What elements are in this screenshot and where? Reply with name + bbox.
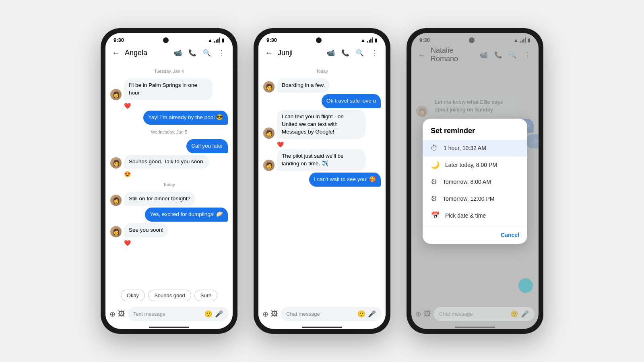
message-input-1[interactable]: Text message 🙂 🎤: [128, 307, 229, 321]
contact-name-2: Junji: [278, 49, 321, 57]
avatar-1: 👩: [110, 226, 122, 237]
video-call-icon-2[interactable]: 📹: [324, 46, 337, 59]
smart-reply-sure[interactable]: Sure: [194, 290, 217, 301]
smart-reply-sounds-good[interactable]: Sounds good: [148, 290, 191, 301]
date-divider-1a: Tuesday, Jan 4: [110, 69, 228, 74]
phone-2: 9:30 ▲ ▮ ← Junji 📹 📞 🔍 ⋮: [254, 28, 390, 334]
table-row: 👩 Still on for dinner tonight?: [110, 192, 228, 206]
reminder-option-1hour[interactable]: ⏱ 1 hour, 10:32 AM: [423, 140, 527, 156]
reminder-label-tomorrow-noon: Tomorrow, 12:00 PM: [443, 195, 494, 202]
gear-icon-1: ⚙: [431, 177, 437, 186]
message-bubble: The pilot just said we'll be landing on …: [277, 149, 365, 171]
wifi-icon-2: ▲: [361, 37, 365, 43]
message-bubble: I can text you in flight - on United we …: [277, 110, 365, 139]
avatar-1: 👩: [110, 89, 122, 100]
search-icon-1[interactable]: 🔍: [200, 46, 213, 59]
reminder-overlay: Set reminder ⏱ 1 hour, 10:32 AM 🌙 Later …: [411, 33, 539, 329]
top-icons-2: 📹 📞 🔍 ⋮: [324, 46, 381, 59]
sticker-icon-2[interactable]: 🖼: [271, 310, 278, 318]
table-row: Call you later: [110, 139, 228, 153]
table-row: Yes, excited for dumplings! 🥟: [110, 208, 228, 222]
input-bar-2: ⊕ 🖼 Chat message 🙂 🎤: [258, 304, 386, 325]
more-icon-2[interactable]: ⋮: [368, 46, 381, 59]
message-bubble: Call you later: [186, 139, 228, 153]
avatar-2: 🧑: [263, 160, 275, 171]
wifi-icon-1: ▲: [208, 37, 213, 43]
top-bar-1: ← Angela 📹 📞 🔍 ⋮: [105, 45, 233, 62]
sticker-icon-1[interactable]: 🖼: [118, 310, 125, 318]
status-bar-1: 9:30 ▲ ▮: [105, 33, 233, 45]
signal-icon-2: [367, 37, 373, 43]
cancel-button[interactable]: Cancel: [423, 228, 527, 244]
search-icon-2[interactable]: 🔍: [353, 46, 366, 59]
message-bubble: Yes, excited for dumplings! 🥟: [145, 208, 228, 222]
camera-indicator-1: [163, 37, 169, 43]
gear-icon-2: ⚙: [431, 194, 437, 203]
more-icon-1[interactable]: ⋮: [215, 46, 228, 59]
add-icon-1[interactable]: ⊕: [109, 310, 116, 319]
table-row: 🧑 I can text you in flight - on United w…: [263, 110, 381, 139]
input-bar-1: ⊕ 🖼 Text message 🙂 🎤: [105, 304, 233, 325]
camera-indicator-2: [316, 37, 322, 43]
emoji-icon-1[interactable]: 🙂: [204, 310, 213, 318]
reaction: ❤️: [277, 141, 381, 148]
phone-call-icon-1[interactable]: 📞: [186, 46, 199, 59]
mic-icon-2[interactable]: 🎤: [368, 310, 376, 318]
avatar-2: 🧑: [263, 81, 275, 93]
message-bubble: I'll be in Palm Springs in one hour: [124, 78, 213, 100]
mic-icon-1[interactable]: 🎤: [215, 310, 223, 318]
emoji-icon-2[interactable]: 🙂: [357, 310, 365, 318]
reminder-option-tomorrow-noon[interactable]: ⚙ Tomorrow, 12:00 PM: [423, 190, 527, 207]
reminder-title: Set reminder: [423, 127, 527, 140]
message-bubble: Sounds good. Talk to you soon.: [124, 155, 209, 169]
phone-3: 9:30 ▲ ▮ ← Natalie Romano 📹 📞 🔍 ⋮: [407, 28, 543, 334]
contact-name-1: Angela: [125, 49, 168, 57]
table-row: 🧑 Boarding in a few.: [263, 78, 381, 93]
status-icons-1: ▲ ▮: [208, 37, 225, 43]
avatar-1: 👩: [110, 195, 122, 206]
signal-icon-1: [214, 37, 220, 43]
calendar-icon: 📅: [431, 211, 440, 220]
phone-1: 9:30 ▲ ▮ ← Angela 📹 📞 🔍 ⋮: [101, 28, 237, 334]
chat-area-1: Tuesday, Jan 4 👩 I'll be in Palm Springs…: [105, 62, 233, 286]
avatar-1: 👩: [110, 157, 122, 169]
reminder-label-later-today: Later today, 8:00 PM: [445, 162, 497, 168]
phone-call-icon-2[interactable]: 📞: [339, 46, 352, 59]
date-divider-1c: Today: [110, 182, 228, 187]
battery-icon-2: ▮: [375, 37, 378, 43]
time-2: 9:30: [266, 37, 277, 43]
video-call-icon-1[interactable]: 📹: [171, 46, 184, 59]
reminder-divider: [423, 226, 527, 226]
time-1: 9:30: [114, 37, 124, 43]
phone-1-screen: 9:30 ▲ ▮ ← Angela 📹 📞 🔍 ⋮: [105, 33, 233, 329]
back-button-1[interactable]: ←: [110, 47, 122, 59]
table-row: I can't wait to see you! 🥰: [263, 173, 381, 187]
avatar-2: 🧑: [263, 128, 275, 139]
battery-icon-1: ▮: [222, 37, 225, 43]
reminder-option-later-today[interactable]: 🌙 Later today, 8:00 PM: [423, 156, 527, 173]
date-divider-2: Today: [263, 69, 381, 74]
add-icon-2[interactable]: ⊕: [262, 310, 268, 319]
table-row: 👩 I'll be in Palm Springs in one hour: [110, 78, 228, 100]
table-row: 👩 See you soon!: [110, 223, 228, 237]
chat-area-2: Today 🧑 Boarding in a few. Ok travel saf…: [258, 62, 386, 304]
message-bubble: Still on for dinner tonight?: [124, 192, 195, 206]
reminder-label-tomorrow-8am: Tomorrow, 8:00 AM: [443, 179, 491, 185]
date-divider-1b: Wednesday, Jan 5: [110, 130, 228, 134]
message-bubble: I can't wait to see you! 🥰: [309, 173, 381, 187]
status-bar-2: 9:30 ▲ ▮: [258, 33, 386, 45]
phone-2-screen: 9:30 ▲ ▮ ← Junji 📹 📞 🔍 ⋮: [258, 33, 386, 329]
reminder-option-tomorrow-8am[interactable]: ⚙ Tomorrow, 8:00 AM: [423, 173, 527, 190]
status-icons-2: ▲ ▮: [361, 37, 378, 43]
back-button-2[interactable]: ←: [263, 47, 275, 59]
phone-3-screen: 9:30 ▲ ▮ ← Natalie Romano 📹 📞 🔍 ⋮: [411, 33, 539, 329]
top-bar-2: ← Junji 📹 📞 🔍 ⋮: [258, 45, 386, 62]
reaction: ❤️: [124, 240, 228, 246]
moon-icon: 🌙: [431, 160, 440, 169]
message-input-2[interactable]: Chat message 🙂 🎤: [281, 307, 382, 321]
message-bubble: See you soon!: [124, 223, 168, 237]
reminder-option-pick-date[interactable]: 📅 Pick date & time: [423, 207, 527, 224]
input-field-icons-1: 🙂 🎤: [204, 310, 223, 318]
smart-reply-okay[interactable]: Okay: [121, 290, 145, 301]
table-row: Yay! I'm already by the pool 😎: [110, 111, 228, 125]
